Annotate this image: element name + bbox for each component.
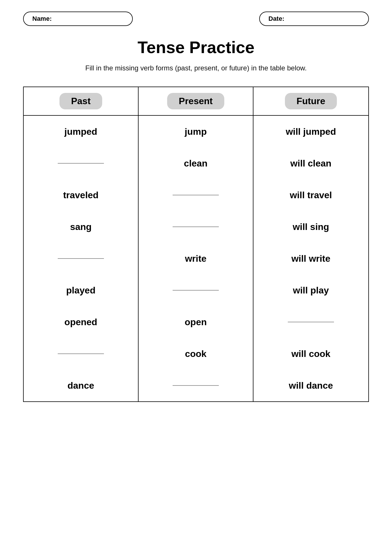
table-header: Past Present Future [24,87,368,116]
blank-line [173,195,219,195]
date-label: Date: [268,15,284,22]
name-field[interactable]: Name: [23,12,133,26]
table-row: write [139,243,253,274]
page-title: Tense Practice [23,38,369,57]
table-row: will play [253,274,368,306]
table-row [139,179,253,211]
col-past: jumpedtraveledsangplayedopeneddance [24,116,139,401]
table-row: will write [253,243,368,274]
table-row [24,338,138,370]
table-row: clean [139,147,253,179]
future-header: Future [253,87,368,115]
table-row: will travel [253,179,368,211]
blank-line [58,353,104,354]
date-field[interactable]: Date: [259,12,369,26]
table-row: open [139,306,253,338]
table-row: played [24,274,138,306]
present-header: Present [139,87,253,115]
blank-line [173,290,219,291]
table-row: dance [24,370,138,401]
blank-line [173,227,219,227]
instructions-text: Fill in the missing verb forms (past, pr… [23,64,369,72]
blank-line [173,385,219,386]
table-row: traveled [24,179,138,211]
blank-line [58,258,104,259]
table-row [139,211,253,243]
name-label: Name: [32,15,52,22]
table-row: sang [24,211,138,243]
table-row: will clean [253,147,368,179]
blank-line [58,163,104,164]
table-row: jump [139,116,253,147]
table-row: will cook [253,338,368,370]
header-row: Name: Date: [23,12,369,26]
table-row: will jumped [253,116,368,147]
table-row [139,274,253,306]
tense-table: Past Present Future jumpedtraveledsangpl… [23,87,369,402]
table-row [253,306,368,338]
blank-line [288,322,334,322]
table-body: jumpedtraveledsangplayedopeneddance jump… [24,116,368,401]
past-header: Past [24,87,139,115]
table-row: cook [139,338,253,370]
table-row [24,147,138,179]
table-row [139,370,253,401]
table-row: will dance [253,370,368,401]
table-row: opened [24,306,138,338]
table-row: will sing [253,211,368,243]
col-future: will jumpedwill cleanwill travelwill sin… [253,116,368,401]
table-row [24,243,138,274]
table-row: jumped [24,116,138,147]
col-present: jumpcleanwriteopencook [139,116,253,401]
